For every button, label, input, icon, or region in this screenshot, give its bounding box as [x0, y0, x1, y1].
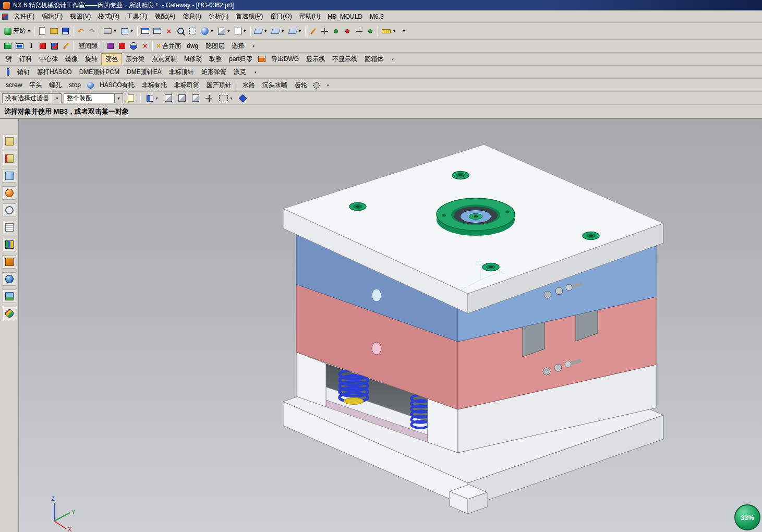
dwg-button[interactable]: dwg [183, 41, 202, 51]
wireframe-view-button[interactable]: ▼ [216, 26, 233, 37]
sketch-button[interactable] [307, 26, 319, 37]
round-off-button[interactable]: 取整 [205, 54, 225, 65]
information-tab[interactable] [3, 221, 16, 234]
constraint-navigator-tab[interactable] [3, 152, 16, 165]
menu-edit[interactable]: 编辑(E) [38, 10, 66, 22]
combo-arrow-icon[interactable]: ▼ [114, 94, 123, 103]
general-selection-button[interactable]: ▼ [144, 92, 161, 104]
screw-hole-button[interactable]: 螺孔 [45, 80, 65, 91]
dowel-button[interactable]: 销钉 [14, 67, 33, 78]
center-body-button[interactable]: 中心体 [35, 54, 62, 65]
menu-tools[interactable]: 工具(T) [123, 10, 151, 22]
screw-button[interactable]: screw [2, 80, 26, 90]
order-material-button[interactable]: 订料 [16, 54, 35, 65]
roles-tab[interactable] [3, 255, 16, 269]
mold-assembly-model[interactable]: ZC YC XC [283, 144, 663, 514]
menu-view[interactable]: 视图(V) [66, 10, 94, 22]
show-lines-button[interactable]: 显示线 [303, 54, 329, 65]
merge-face-button[interactable]: ×合并面 [154, 40, 183, 52]
red-square-button[interactable] [37, 40, 49, 52]
countersunk-nozzle-button[interactable]: 沉头水嘴 [259, 80, 291, 91]
paint-button[interactable] [2, 40, 14, 52]
hide-lines-button[interactable]: 不显示线 [329, 54, 361, 65]
menu-analysis[interactable]: 分析(L) [205, 10, 233, 22]
mirror-button[interactable]: 镜像 [62, 54, 81, 65]
dme-ejector-ea-button[interactable]: DME顶针EA [123, 67, 165, 78]
shaded-ball-button[interactable] [128, 40, 139, 52]
check-gap-button[interactable]: 查间隙 [75, 41, 101, 52]
assembly-navigator-tab[interactable] [3, 135, 16, 148]
toolbar-overflow-button[interactable]: ▾ [387, 53, 398, 65]
purple-layer-button[interactable] [105, 40, 116, 52]
gear-icon-button[interactable] [311, 79, 322, 91]
select-button[interactable]: 选择 [228, 41, 248, 52]
csys-button[interactable]: ▼ [270, 26, 287, 37]
highlight-button[interactable] [237, 92, 249, 104]
undo-button[interactable]: ↶ [75, 26, 87, 37]
graphics-window[interactable]: ZC YC XC Z Y X 33% [19, 119, 762, 532]
snap-mid-button[interactable] [342, 26, 353, 37]
reuse-library-tab[interactable] [3, 186, 16, 200]
plot-button[interactable]: ▼ [119, 26, 136, 37]
rect-spring-button[interactable]: 矩形弹簧 [198, 67, 230, 78]
snap-center-button[interactable] [353, 26, 365, 37]
point-copy-button[interactable]: 点点复制 [148, 54, 180, 65]
nonstd-sleeve-button[interactable]: 非标司筒 [171, 80, 203, 91]
selection-filter-combo[interactable]: 没有选择过滤器 ▼ [2, 93, 62, 103]
menu-m63[interactable]: M6.3 [366, 11, 388, 22]
hasco-plug-button[interactable]: 塞打HASCO [33, 67, 76, 78]
menu-format[interactable]: 格式(R) [94, 10, 123, 22]
save-button[interactable] [60, 26, 71, 37]
part-zero-button[interactable]: part归零 [225, 54, 256, 65]
dme-ejector-pcm-button[interactable]: DME顶针PCM [76, 67, 123, 78]
change-color-button[interactable]: 变色 [101, 53, 122, 65]
snap-toggle-button[interactable] [203, 92, 215, 104]
flat-head-button[interactable]: 平头 [26, 80, 45, 91]
selection-scope-combo[interactable]: 整个装配 ▼ [64, 93, 123, 103]
display-window-button[interactable] [139, 26, 151, 37]
m-move-button[interactable]: M移动 [180, 54, 205, 65]
gear-button[interactable]: 齿轮 [291, 80, 311, 91]
body-filter-button[interactable] [190, 92, 201, 104]
hide-layer-button[interactable]: 隐图层 [202, 41, 228, 52]
titlebar[interactable]: NX 6 精良机械设计工作室——因为专业，所以精良！ - Gateway - [… [0, 0, 762, 10]
export-icon-button[interactable] [256, 53, 268, 65]
part-navigator-tab[interactable] [3, 169, 16, 183]
round-box-button[interactable]: 圆箱体 [361, 54, 387, 65]
menu-information[interactable]: 信息(I) [179, 10, 204, 22]
snap-end-button[interactable] [330, 26, 342, 37]
layer-sort-button[interactable]: 层分类 [122, 54, 148, 65]
domestic-ejector-button[interactable]: 国产顶针 [203, 80, 235, 91]
nonstd-shoulder-button[interactable]: 非标有托 [138, 80, 171, 91]
export-dwg-button[interactable]: 导出DWG [268, 54, 303, 65]
pin-icon-button[interactable] [2, 66, 14, 78]
image-tab[interactable] [3, 289, 16, 303]
hasco-shoulder-button[interactable]: HASCO有托 [96, 80, 138, 91]
toolbar-overflow-button[interactable]: ▾ [248, 40, 259, 52]
snap-intersect-button[interactable] [365, 26, 376, 37]
print-button[interactable]: ▼ [102, 26, 119, 37]
toolbar-overflow-button[interactable]: ▾ [250, 66, 261, 78]
menu-window[interactable]: 窗口(O) [267, 10, 295, 22]
ball-icon-button[interactable] [84, 79, 96, 91]
nonstandard-ejector-button[interactable]: 非标顶针 [165, 67, 198, 78]
menu-preferences[interactable]: 首选项(P) [232, 10, 267, 22]
split-button[interactable]: 劈 [2, 54, 16, 65]
snap-point-button[interactable] [319, 26, 330, 37]
visualization-tab[interactable] [3, 238, 16, 251]
redo-button[interactable]: ↷ [87, 26, 98, 37]
rectangle-select-button[interactable]: ▼ [217, 92, 235, 104]
parker-button[interactable]: 派克 [230, 67, 250, 78]
history-tab[interactable] [3, 203, 16, 217]
menu-help[interactable]: 帮助(H) [296, 10, 324, 22]
background-button[interactable]: ▼ [233, 26, 249, 37]
datum-plane-button[interactable]: ▼ [252, 26, 270, 37]
web-browser-tab[interactable] [3, 272, 16, 286]
waterway-button[interactable]: 水路 [239, 80, 259, 91]
face-filter-button[interactable] [163, 92, 174, 104]
new-window-button[interactable] [151, 26, 163, 37]
display-mode-button[interactable] [14, 40, 26, 52]
graphics-canvas[interactable]: ZC YC XC Z Y X [19, 119, 762, 532]
zoom-button[interactable] [175, 26, 187, 37]
point-dialog-button[interactable]: ▼ [287, 26, 304, 37]
